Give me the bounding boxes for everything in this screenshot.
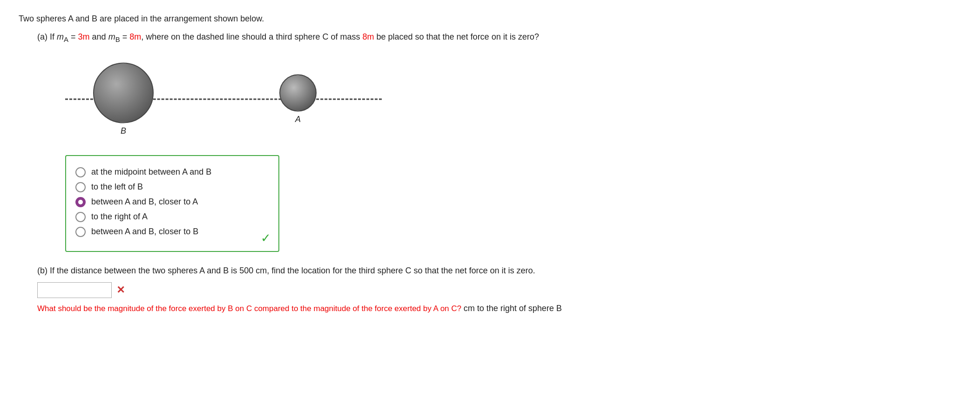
part-b-label: (b) xyxy=(37,266,47,275)
radio-midpoint[interactable] xyxy=(75,167,86,177)
option-between-closer-a[interactable]: between A and B, closer to A xyxy=(75,197,269,207)
part-a-letter: (a) xyxy=(37,32,47,41)
answer-box: at the midpoint between A and B to the l… xyxy=(65,155,279,252)
option-midpoint[interactable]: at the midpoint between A and B xyxy=(75,167,269,177)
suffix-text: cm to the right of sphere B xyxy=(464,304,562,313)
radio-between-closer-a[interactable] xyxy=(75,197,86,207)
sphere-b-label: B xyxy=(121,126,126,136)
option-right-a[interactable]: to the right of A xyxy=(75,212,269,222)
radio-between-closer-b[interactable] xyxy=(75,227,86,237)
sphere-a-label: A xyxy=(295,114,301,124)
part-b-section: (b) If the distance between the two sphe… xyxy=(37,266,961,313)
diagram-area: B A xyxy=(65,57,961,141)
option-left-b-label: to the left of B xyxy=(91,182,143,192)
part-a-section: (a) If mA = 3m and mB = 8m, where on the… xyxy=(37,32,961,252)
option-between-closer-b[interactable]: between A and B, closer to B xyxy=(75,227,269,237)
hint-text: What should be the magnitude of the forc… xyxy=(37,304,961,313)
sphere-b-wrapper: B xyxy=(93,62,154,136)
correct-checkmark: ✓ xyxy=(261,231,271,245)
part-a-question: If mA = 3m and mB = 8m, where on the das… xyxy=(50,32,539,41)
part-b-question: If the distance between the two spheres … xyxy=(47,266,535,275)
part-b-text: (b) If the distance between the two sphe… xyxy=(37,266,961,276)
part-b-answer-input[interactable] xyxy=(37,282,112,298)
option-right-a-label: to the right of A xyxy=(91,212,148,222)
option-left-b[interactable]: to the left of B xyxy=(75,182,269,192)
mB-value: 8m xyxy=(129,32,141,41)
radio-right-a[interactable] xyxy=(75,212,86,222)
sphere-b xyxy=(93,62,154,123)
part-b-input-row: ✕ xyxy=(37,282,961,298)
part-a-label: (a) If mA = 3m and mB = 8m, where on the… xyxy=(37,32,961,43)
sphere-a-wrapper: A xyxy=(279,74,317,124)
mass-c: 8m xyxy=(362,32,374,41)
incorrect-icon: ✕ xyxy=(116,284,125,296)
mA-value: 3m xyxy=(78,32,90,41)
option-between-closer-a-label: between A and B, closer to A xyxy=(91,197,198,207)
option-midpoint-label: at the midpoint between A and B xyxy=(91,167,211,177)
hint-content: What should be the magnitude of the forc… xyxy=(37,304,461,313)
option-between-closer-b-label: between A and B, closer to B xyxy=(91,227,198,237)
intro-text: Two spheres A and B are placed in the ar… xyxy=(19,14,961,24)
radio-left-b[interactable] xyxy=(75,182,86,192)
sphere-a xyxy=(279,74,317,111)
